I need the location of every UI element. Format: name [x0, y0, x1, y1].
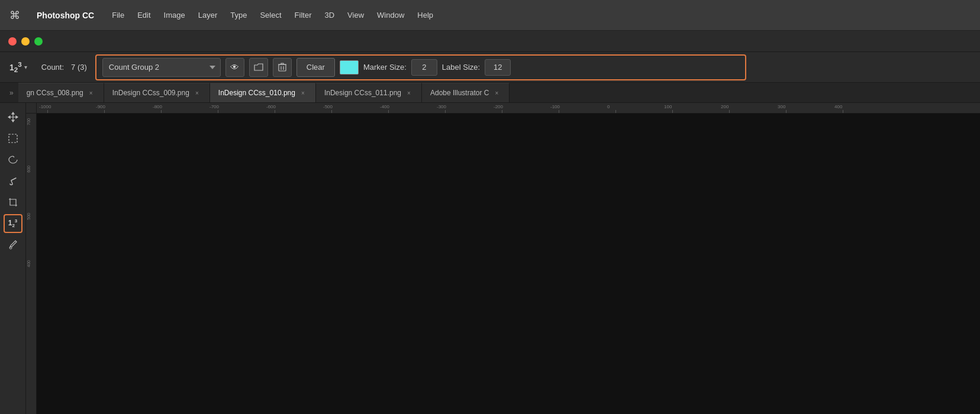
tab-1[interactable]: InDesign CCss_009.png × — [104, 83, 210, 102]
apple-logo-icon: ⌘ — [9, 9, 20, 22]
tabs-overflow-icon[interactable]: » — [5, 89, 18, 97]
tab-2[interactable]: InDesign CCss_010.png × — [210, 83, 316, 102]
tab-0[interactable]: gn CCss_008.png × — [18, 83, 104, 102]
tabs-bar: » gn CCss_008.png × InDesign CCss_009.pn… — [0, 83, 980, 103]
eyedropper-icon — [8, 240, 18, 250]
menu-edit[interactable]: Edit — [137, 11, 150, 20]
menu-filter[interactable]: Filter — [295, 11, 312, 20]
main-area: 123 -1000-900-800-700-600-500-400-300-20… — [0, 103, 980, 414]
count-tool-button[interactable]: 123 ▾ — [6, 58, 31, 76]
tab-close-1[interactable]: × — [193, 89, 201, 97]
chevron-down-icon: ▾ — [24, 64, 27, 70]
clear-button[interactable]: Clear — [296, 58, 335, 77]
color-swatch[interactable] — [340, 60, 359, 75]
visibility-button[interactable]: 👁 — [225, 58, 244, 77]
menu-view[interactable]: View — [347, 11, 364, 20]
menu-file[interactable]: File — [112, 11, 124, 20]
marker-size-label: Marker Size: — [363, 63, 407, 72]
svg-rect-0 — [279, 64, 286, 71]
tab-label-0: gn CCss_008.png — [27, 89, 83, 97]
lasso-icon — [8, 154, 18, 165]
tab-close-4[interactable]: × — [492, 89, 501, 97]
close-button[interactable] — [8, 37, 17, 46]
delete-button[interactable] — [273, 58, 292, 77]
count-tool-sidebar-icon: 123 — [8, 219, 18, 228]
count-group-toolbar: Count Group 1 Count Group 2 Count Group … — [95, 54, 746, 80]
left-toolbar: 123 — [0, 103, 26, 414]
move-tool-button[interactable] — [4, 108, 22, 127]
tab-close-3[interactable]: × — [405, 89, 413, 97]
app-name: Photoshop CC — [37, 11, 94, 20]
ruler-left: 700600500400 — [26, 114, 37, 414]
ruler-corner — [26, 103, 37, 114]
svg-rect-3 — [9, 134, 17, 143]
ruler-top: -1000-900-800-700-600-500-400-300-200-10… — [37, 103, 980, 114]
count-value: 7 (3) — [71, 63, 87, 72]
tab-label-4: Adobe Illustrator C — [430, 89, 489, 97]
eye-icon: 👁 — [230, 62, 239, 72]
crop-icon — [8, 197, 18, 208]
menu-window[interactable]: Window — [377, 11, 404, 20]
tab-label-3: InDesign CCss_011.png — [324, 89, 401, 97]
tab-label-2: InDesign CCss_010.png — [218, 89, 295, 97]
count-label: Count: — [41, 63, 64, 72]
menu-type[interactable]: Type — [230, 11, 247, 20]
label-size-input[interactable] — [485, 59, 511, 76]
minimize-button[interactable] — [21, 37, 30, 46]
tab-label-1: InDesign CCss_009.png — [112, 89, 189, 97]
tab-close-0[interactable]: × — [87, 89, 95, 97]
marquee-icon — [8, 133, 18, 144]
trash-icon — [278, 63, 286, 72]
brush-icon — [8, 176, 18, 186]
menu-select[interactable]: Select — [260, 11, 281, 20]
menu-3d[interactable]: 3D — [324, 11, 334, 20]
canvas-content[interactable] — [37, 114, 980, 414]
crop-tool-button[interactable] — [4, 193, 22, 212]
menu-help[interactable]: Help — [417, 11, 433, 20]
folder-button[interactable] — [249, 58, 268, 77]
window-controls — [0, 31, 980, 52]
canvas-area: -1000-900-800-700-600-500-400-300-200-10… — [26, 103, 980, 414]
folder-icon — [254, 63, 263, 72]
menu-bar: ⌘ Photoshop CC File Edit Image Layer Typ… — [0, 0, 980, 31]
tab-close-2[interactable]: × — [299, 89, 307, 97]
count-group-select[interactable]: Count Group 1 Count Group 2 Count Group … — [102, 58, 221, 77]
count-tool-icon: 123 — [9, 60, 22, 73]
label-size-label: Label Size: — [442, 63, 480, 72]
maximize-button[interactable] — [34, 37, 43, 46]
eyedropper-tool-button[interactable] — [4, 235, 22, 254]
tab-4[interactable]: Adobe Illustrator C × — [422, 83, 510, 102]
marker-size-input[interactable] — [411, 59, 437, 76]
menu-image[interactable]: Image — [164, 11, 185, 20]
brush-tool-button[interactable] — [4, 172, 22, 190]
toolbar: 123 ▾ Count: 7 (3) Count Group 1 Count G… — [0, 52, 980, 83]
count-tool-sidebar-button[interactable]: 123 — [4, 214, 22, 233]
menu-layer[interactable]: Layer — [198, 11, 218, 20]
lasso-tool-button[interactable] — [4, 150, 22, 169]
move-icon — [8, 112, 18, 122]
tab-3[interactable]: InDesign CCss_011.png × — [316, 83, 422, 102]
marquee-tool-button[interactable] — [4, 129, 22, 148]
